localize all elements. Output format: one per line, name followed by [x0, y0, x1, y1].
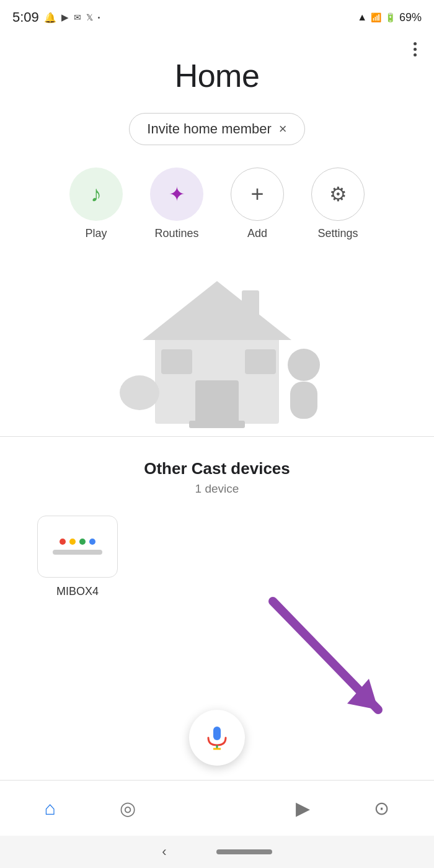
- discover-nav-icon: ◎: [120, 797, 136, 819]
- settings-icon: ⚙: [329, 182, 347, 206]
- svg-line-10: [273, 601, 378, 710]
- svg-rect-8: [189, 421, 245, 428]
- add-circle: +: [231, 168, 284, 221]
- action-row: ♪ Play ✦ Routines + Add ⚙ Settings: [0, 168, 434, 240]
- email-icon: ✉: [74, 12, 81, 22]
- svg-rect-3: [161, 349, 192, 374]
- battery-level: 69%: [399, 11, 422, 24]
- svg-rect-12: [213, 727, 221, 740]
- play-label: Play: [85, 227, 107, 240]
- dot1: [414, 42, 417, 45]
- add-action[interactable]: + Add: [231, 168, 284, 240]
- notification-icon: 🔔: [44, 12, 56, 24]
- svg-point-5: [288, 349, 320, 381]
- nav-account[interactable]: ⊙: [361, 792, 402, 824]
- device-card-mibox4[interactable]: MIBOX4: [37, 516, 118, 598]
- more-options-button[interactable]: [410, 38, 420, 60]
- cast-section: Other Cast devices 1 device MIBOX4: [0, 437, 434, 611]
- dot-green: [79, 539, 86, 545]
- battery-icon: 🔋: [385, 12, 396, 22]
- nav-media[interactable]: ▶: [283, 792, 322, 824]
- add-label: Add: [247, 227, 267, 240]
- bottom-nav: ⌂ ◎ ▶ ⊙: [0, 780, 434, 836]
- device-stand: [53, 550, 102, 555]
- home-nav-icon: ⌂: [45, 798, 56, 819]
- dot-blue: [89, 539, 95, 545]
- play-icon: ♪: [91, 181, 102, 207]
- page-title: Home: [0, 57, 434, 94]
- svg-marker-1: [143, 281, 291, 340]
- device-dots: [60, 539, 95, 545]
- routines-label: Routines: [154, 227, 198, 240]
- svg-rect-2: [195, 380, 239, 424]
- svg-marker-11: [347, 679, 378, 710]
- routines-icon: ✦: [169, 182, 185, 206]
- svg-rect-9: [242, 290, 259, 321]
- device-name: MIBOX4: [56, 585, 99, 598]
- svg-rect-4: [245, 349, 276, 374]
- android-nav-bar: ‹: [0, 836, 434, 868]
- settings-circle: ⚙: [311, 168, 365, 221]
- house-svg: [99, 269, 335, 436]
- twitter-icon: 𝕏: [86, 12, 93, 22]
- status-time: 5:09: [12, 9, 39, 25]
- invite-pill-wrapper: Invite home member ×: [0, 113, 434, 145]
- status-right: ▲ 📶 🔋 69%: [357, 11, 422, 24]
- invite-home-member-button[interactable]: Invite home member ×: [129, 113, 304, 145]
- cast-section-title: Other Cast devices: [19, 459, 415, 478]
- svg-point-7: [120, 375, 159, 410]
- invite-label: Invite home member: [147, 121, 272, 137]
- status-left: 5:09 🔔 ▶ ✉ 𝕏 •: [12, 9, 100, 25]
- signal-icon: 📶: [371, 12, 381, 22]
- dot3: [414, 53, 417, 56]
- youtube-icon: ▶: [61, 12, 69, 23]
- cast-section-subtitle: 1 device: [19, 482, 415, 496]
- house-illustration: [0, 262, 434, 436]
- media-nav-icon: ▶: [296, 797, 310, 819]
- add-icon: +: [250, 181, 264, 207]
- routines-circle: ✦: [150, 168, 203, 221]
- dot2: [414, 48, 417, 51]
- dot-icon: •: [98, 14, 100, 21]
- svg-rect-6: [290, 382, 317, 419]
- account-nav-icon: ⊙: [374, 797, 389, 819]
- back-button[interactable]: ‹: [162, 844, 166, 860]
- play-action[interactable]: ♪ Play: [69, 168, 123, 240]
- voice-search-button[interactable]: [189, 710, 245, 766]
- nav-discover[interactable]: ◎: [107, 792, 148, 824]
- routines-action[interactable]: ✦ Routines: [150, 168, 203, 240]
- dot-yellow: [69, 539, 76, 545]
- nav-home[interactable]: ⌂: [32, 793, 68, 824]
- home-pill[interactable]: [216, 849, 272, 854]
- device-box: [37, 516, 118, 578]
- status-bar: 5:09 🔔 ▶ ✉ 𝕏 • ▲ 📶 🔋 69%: [0, 0, 434, 32]
- close-invite-button[interactable]: ×: [279, 121, 287, 137]
- microphone-icon: [203, 724, 231, 751]
- wifi-icon: ▲: [357, 12, 367, 23]
- dot-red: [60, 539, 66, 545]
- main-content: Home Invite home member × ♪ Play ✦ Routi…: [0, 32, 434, 436]
- settings-label: Settings: [317, 227, 358, 240]
- settings-action[interactable]: ⚙ Settings: [311, 168, 365, 240]
- play-circle: ♪: [69, 168, 123, 221]
